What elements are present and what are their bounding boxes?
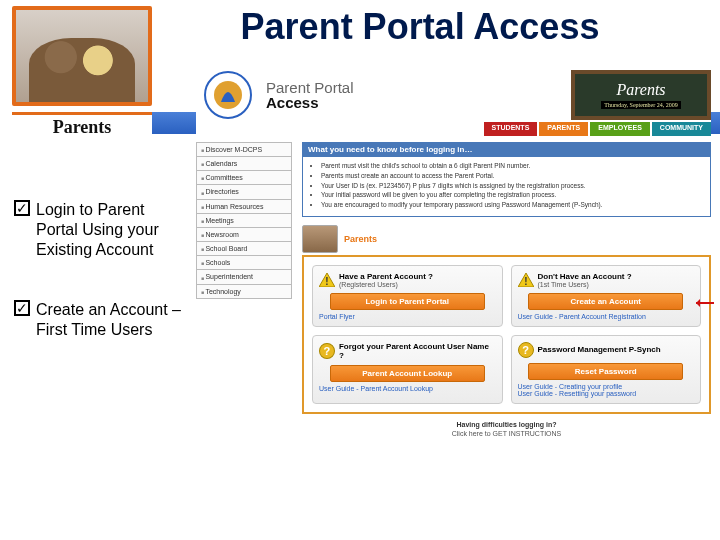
menu-item[interactable]: School Board [196, 241, 292, 255]
chalkboard: Parents Thursday, September 24, 2009 [571, 70, 711, 120]
checkbox-icon: ✓ [14, 200, 30, 216]
menu-item[interactable]: Discover M-DCPS [196, 142, 292, 156]
info-bullet: Parents must create an account to access… [321, 171, 702, 181]
menu-item[interactable]: Committees [196, 170, 292, 184]
menu-item[interactable]: Directories [196, 184, 292, 198]
tab-community[interactable]: COMMUNITY [652, 122, 711, 136]
svg-text:!: ! [524, 276, 527, 287]
reset-password-button[interactable]: Reset Password [528, 363, 683, 380]
parents-photo [12, 6, 152, 106]
info-bullet: Your User ID is (ex. P1234567) P plus 7 … [321, 181, 702, 191]
action-grid: ! Have a Parent Account ?(Registered Use… [302, 255, 711, 414]
menu-item[interactable]: Superintendent [196, 269, 292, 283]
checklist-item: ✓ Create an Account – First Time Users [14, 300, 184, 340]
login-button[interactable]: Login to Parent Portal [330, 293, 485, 310]
portal-screenshot: Parent Portal Access Parents Thursday, S… [196, 70, 711, 530]
create-account-button[interactable]: Create an Account [528, 293, 683, 310]
account-lookup-button[interactable]: Parent Account Lookup [330, 365, 485, 382]
checklist-item: ✓ Login to Parent Portal Using your Exis… [14, 200, 184, 260]
parents-section-header: Parents [302, 225, 711, 253]
menu-item[interactable]: Human Resources [196, 199, 292, 213]
info-box: Parent must visit the child's school to … [302, 157, 711, 217]
menu-item[interactable]: Meetings [196, 213, 292, 227]
portal-flyer-link[interactable]: Portal Flyer [319, 313, 496, 320]
side-menu: Discover M-DCPS Calendars Committees Dir… [196, 142, 292, 438]
tab-parents[interactable]: PARENTS [539, 122, 588, 136]
question-icon: ? [319, 343, 335, 359]
registration-guide-link[interactable]: User Guide - Parent Account Registration [518, 313, 695, 320]
info-bullet: Parent must visit the child's school to … [321, 161, 702, 171]
mini-photo [302, 225, 338, 253]
card-no-account: ! Don't Have an Account ?(1st Time Users… [511, 265, 702, 327]
menu-item[interactable]: Technology [196, 284, 292, 299]
lookup-guide-link[interactable]: User Guide - Parent Account Lookup [319, 385, 496, 392]
checkbox-icon: ✓ [14, 300, 30, 316]
portal-header: Parent Portal Access Parents Thursday, S… [196, 70, 711, 120]
menu-item[interactable]: Newsroom [196, 227, 292, 241]
callout-arrow [696, 302, 714, 304]
nav-tabs: STUDENTS PARENTS EMPLOYEES COMMUNITY [196, 122, 711, 136]
card-forgot-username: ? Forgot your Parent Account User Name ?… [312, 335, 503, 404]
info-bar: What you need to know before logging in… [302, 142, 711, 157]
menu-item[interactable]: Schools [196, 255, 292, 269]
menu-item[interactable]: Calendars [196, 156, 292, 170]
info-bullet: You are encouraged to modify your tempor… [321, 200, 702, 210]
warning-icon: ! [319, 273, 335, 287]
checklist-text: Login to Parent Portal Using your Existi… [36, 200, 184, 260]
warning-icon: ! [518, 273, 534, 287]
parents-label: Parents [12, 112, 152, 142]
footer-help[interactable]: Having difficulties logging in? Click he… [302, 420, 711, 438]
card-have-account: ! Have a Parent Account ?(Registered Use… [312, 265, 503, 327]
card-password-mgmt: ? Password Management P-Synch Reset Pass… [511, 335, 702, 404]
tab-employees[interactable]: EMPLOYEES [590, 122, 650, 136]
checklist: ✓ Login to Parent Portal Using your Exis… [14, 200, 184, 380]
question-icon: ? [518, 342, 534, 358]
reset-guide-link[interactable]: User Guide - Resetting your password [518, 390, 695, 397]
tab-students[interactable]: STUDENTS [484, 122, 538, 136]
svg-text:!: ! [325, 276, 328, 287]
info-bullet: Your initial password will be given to y… [321, 190, 702, 200]
profile-guide-link[interactable]: User Guide - Creating your profile [518, 383, 695, 390]
district-seal [196, 70, 260, 120]
portal-title: Parent Portal Access [260, 79, 354, 111]
checklist-text: Create an Account – First Time Users [36, 300, 184, 340]
